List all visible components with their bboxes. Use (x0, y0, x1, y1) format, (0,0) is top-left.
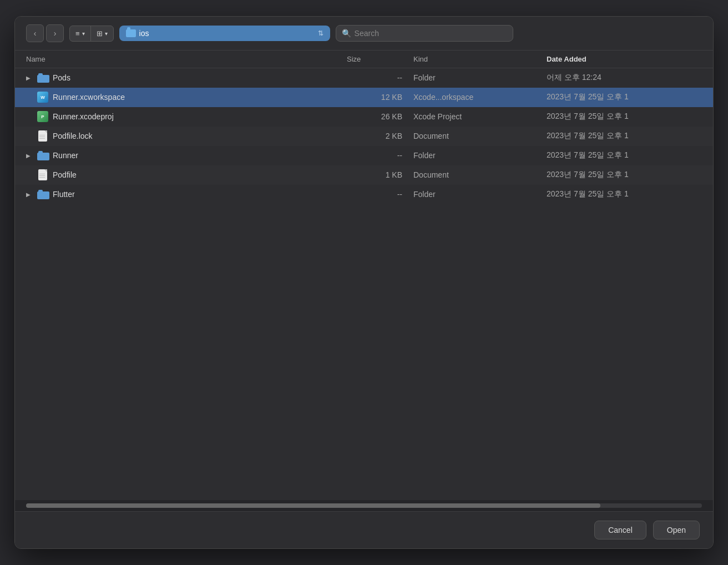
file-kind: Xcode...orkspace (413, 93, 547, 102)
document-icon (38, 130, 47, 142)
file-date: 2023년 7월 25일 오후 1 (547, 150, 702, 160)
column-headers: Name Size Kind Date Added (15, 51, 713, 68)
file-icon: W (37, 93, 48, 102)
file-icon (37, 132, 48, 140)
file-name-cell: ▶ Pods (26, 73, 347, 82)
file-name-text: Runner.xcworkspace (53, 93, 125, 102)
file-name-text: Pods (53, 73, 70, 82)
document-icon (38, 169, 47, 180)
location-chevron-icon: ⇅ (318, 29, 323, 37)
toolbar: ‹ › ≡ ▾ ⊞ ▾ ios ⇅ 🔍 (15, 17, 713, 51)
folder-icon (37, 190, 48, 199)
list-icon: ≡ (75, 29, 80, 38)
file-kind: Document (413, 132, 547, 140)
grid-chevron: ▾ (105, 31, 108, 37)
file-dialog: ‹ › ≡ ▾ ⊞ ▾ ios ⇅ 🔍 Name Si (14, 16, 714, 549)
file-date: 2023년 7월 25일 오후 1 (547, 131, 702, 141)
file-kind: Folder (413, 190, 547, 199)
forward-button[interactable]: › (46, 24, 64, 42)
table-row[interactable]: ▶ Runner -- Folder 2023년 7월 25일 오후 1 (15, 146, 713, 165)
file-size: 12 KB (347, 93, 413, 102)
list-view-button[interactable]: ≡ ▾ (70, 26, 91, 41)
table-row[interactable]: Podfile 1 KB Document 2023년 7월 25일 오후 1 (15, 165, 713, 185)
file-name-cell: W Runner.xcworkspace (26, 93, 347, 102)
file-icon (37, 151, 48, 160)
table-row[interactable]: ▶ Flutter -- Folder 2023년 7월 25일 오후 1 (15, 185, 713, 204)
location-label: ios (126, 29, 149, 38)
open-button[interactable]: Open (653, 521, 700, 539)
location-bar[interactable]: ios ⇅ (119, 26, 330, 41)
file-size: -- (347, 190, 413, 199)
file-size: 2 KB (347, 132, 413, 140)
table-row[interactable]: W Runner.xcworkspace 12 KB Xcode...orksp… (15, 88, 713, 107)
file-name-text: Runner (53, 151, 78, 160)
expand-arrow-icon[interactable]: ▶ (26, 153, 33, 159)
table-row[interactable]: ▶ Pods -- Folder 어제 오후 12:24 (15, 68, 713, 88)
nav-buttons: ‹ › (26, 24, 64, 42)
expand-arrow-icon[interactable]: ▶ (26, 75, 33, 81)
file-kind: Folder (413, 151, 547, 160)
file-name-text: Podfile (53, 170, 77, 179)
file-name-cell: Podfile (26, 170, 347, 179)
file-name-cell: P Runner.xcodeproj (26, 112, 347, 121)
file-name-cell: Podfile.lock (26, 132, 347, 140)
back-button[interactable]: ‹ (26, 24, 44, 42)
location-text: ios (139, 29, 149, 38)
file-kind: Xcode Project (413, 112, 547, 121)
col-kind: Kind (413, 55, 547, 63)
table-row[interactable]: Podfile.lock 2 KB Document 2023년 7월 25일 … (15, 127, 713, 146)
view-switcher: ≡ ▾ ⊞ ▾ (69, 26, 114, 42)
xcworkspace-icon: W (37, 92, 48, 103)
file-name-text: Flutter (53, 190, 75, 199)
list-chevron: ▾ (82, 31, 85, 37)
file-icon (37, 73, 48, 82)
file-size: 1 KB (347, 170, 413, 179)
folder-icon (37, 73, 48, 83)
col-size: Size (347, 55, 413, 63)
file-kind: Folder (413, 73, 547, 82)
file-size: -- (347, 151, 413, 160)
file-icon (37, 190, 48, 199)
file-date: 어제 오후 12:24 (547, 73, 702, 83)
file-date: 2023년 7월 25일 오후 1 (547, 170, 702, 180)
xcproject-icon: P (37, 111, 48, 122)
footer: Cancel Open (15, 511, 713, 548)
search-icon: 🔍 (342, 29, 351, 38)
file-date: 2023년 7월 25일 오후 1 (547, 92, 702, 102)
expand-arrow-icon[interactable]: ▶ (26, 191, 33, 198)
col-date-added: Date Added (547, 55, 702, 63)
grid-icon: ⊞ (97, 29, 103, 38)
file-size: -- (347, 73, 413, 82)
file-kind: Document (413, 170, 547, 179)
grid-view-button[interactable]: ⊞ ▾ (91, 26, 113, 41)
file-name-text: Podfile.lock (53, 132, 93, 140)
table-row[interactable]: P Runner.xcodeproj 26 KB Xcode Project 2… (15, 107, 713, 127)
file-name-cell: ▶ Runner (26, 151, 347, 160)
file-list: ▶ Pods -- Folder 어제 오후 12:24 W Runner.xc… (15, 68, 713, 500)
scrollbar-area (15, 500, 713, 511)
search-bar: 🔍 (336, 25, 513, 42)
file-date: 2023년 7월 25일 오후 1 (547, 189, 702, 199)
scrollbar-thumb[interactable] (26, 503, 600, 508)
file-icon: P (37, 112, 48, 121)
cancel-button[interactable]: Cancel (594, 521, 646, 539)
scrollbar-track (26, 503, 702, 508)
file-size: 26 KB (347, 112, 413, 121)
search-input[interactable] (355, 29, 507, 38)
folder-icon (37, 151, 48, 160)
file-name-cell: ▶ Flutter (26, 190, 347, 199)
file-icon (37, 170, 48, 179)
file-name-text: Runner.xcodeproj (53, 112, 114, 121)
file-date: 2023년 7월 25일 오후 1 (547, 112, 702, 122)
col-name: Name (26, 55, 347, 63)
location-folder-icon (126, 29, 136, 37)
